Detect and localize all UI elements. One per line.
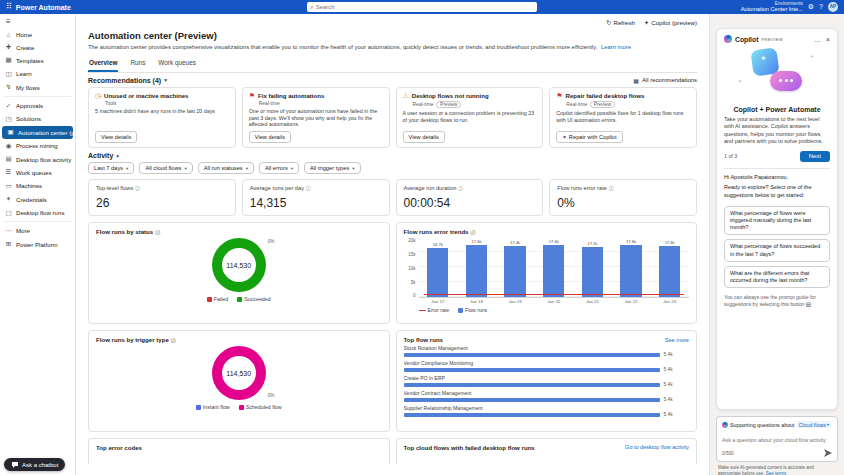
sidebar-item-automation-center[interactable]: ▣Automation center (preview) xyxy=(2,126,73,139)
top-flow-row[interactable]: Stock Rotation Management5.4k xyxy=(404,345,690,357)
more-options-icon[interactable]: … xyxy=(814,36,821,43)
flow-bar xyxy=(404,353,661,357)
status-donut-chart: 114,530 xyxy=(212,238,266,292)
question-input[interactable] xyxy=(722,437,832,443)
waffle-menu-icon[interactable]: ⠿ xyxy=(6,3,12,11)
work-queues-icon: ☰ xyxy=(5,168,12,176)
sidebar-item-label: Work queues xyxy=(16,169,52,176)
avatar[interactable]: AP xyxy=(828,2,838,12)
info-icon[interactable]: ⓘ xyxy=(609,185,614,191)
sidebar-item-work-queues[interactable]: ☰Work queues xyxy=(0,166,75,179)
trigger-donut-chart: 114,530 xyxy=(212,346,266,400)
filter-cloud-flows[interactable]: All cloud flows▾ xyxy=(139,162,192,174)
repair-with-copilot-button[interactable]: ✦Repair with Copilot xyxy=(556,131,622,143)
tab-overview[interactable]: Overview xyxy=(88,56,118,72)
metric-value: 14,315 xyxy=(250,196,382,210)
terms-link[interactable]: See terms xyxy=(766,471,787,475)
next-button[interactable]: Next xyxy=(800,151,830,162)
close-icon[interactable]: × xyxy=(826,36,830,43)
machines-icon: ▭ xyxy=(5,182,12,190)
sidebar-item-learn[interactable]: ◫Learn xyxy=(0,67,75,80)
nav-divider xyxy=(4,96,71,97)
sidebar-item-create[interactable]: ✚Create xyxy=(0,40,75,53)
all-recommendations-link[interactable]: ▦ All recommendations xyxy=(633,77,697,84)
error-trends-yaxis: 20k15k10k5k0 xyxy=(404,238,419,298)
info-icon[interactable]: ⓘ xyxy=(459,185,464,191)
view-details-button[interactable]: View details xyxy=(403,131,445,143)
sidebar-item-label: Credentials xyxy=(16,196,47,203)
environment-picker[interactable]: Environments Automation Center Inte... xyxy=(741,1,803,13)
metric-value: 00:00:54 xyxy=(404,196,536,210)
sidebar-item-credentials[interactable]: ✦Credentials xyxy=(0,193,75,206)
see-more-link[interactable]: See more xyxy=(665,337,689,343)
top-flow-row[interactable]: Create PO in ERP5.4k xyxy=(404,375,690,387)
search-input[interactable] xyxy=(316,4,534,10)
legend-item: Succeeded xyxy=(237,296,271,302)
top-flow-row[interactable]: Vendor Contract Management5.4k xyxy=(404,390,690,402)
activity-filters: Last 7 days▾ All cloud flows▾ All run st… xyxy=(88,162,697,174)
copilot-suggestion-chip[interactable]: What percentage of flows were triggered … xyxy=(724,206,830,235)
info-icon[interactable]: ⓘ xyxy=(306,185,311,191)
copilot-suggestion-chip[interactable]: What percentage of flows succeeded in th… xyxy=(724,239,830,261)
top-app-bar: ⠿ Power Automate ⌕ Environments Automati… xyxy=(0,0,844,14)
bar-group: 17.4k xyxy=(496,238,535,297)
supporting-question-box[interactable]: Supporting questions about Cloud flows▾ … xyxy=(716,416,838,462)
info-icon[interactable]: ⓘ xyxy=(135,185,140,191)
send-icon[interactable] xyxy=(824,449,832,457)
metric-label: Top-level flows xyxy=(96,185,133,191)
global-search[interactable]: ⌕ xyxy=(307,2,537,12)
scope-dropdown[interactable]: Cloud flows▾ xyxy=(797,421,832,428)
chevron-down-icon[interactable]: ▾ xyxy=(116,153,119,159)
sidebar-item-desktop-flow-activity[interactable]: ▤Desktop flow activity xyxy=(0,152,75,165)
sidebar-item-process-mining[interactable]: ◉Process mining xyxy=(0,139,75,152)
sidebar-item-approvals[interactable]: ✓Approvals xyxy=(0,99,75,112)
learn-more-link[interactable]: Learn more xyxy=(601,44,631,50)
copilot-suggestion-chip[interactable]: What are the different errors that occur… xyxy=(724,266,830,288)
refresh-button[interactable]: ↻Refresh xyxy=(606,19,635,27)
sidebar-item-power-platform[interactable]: ⊞Power Platform xyxy=(0,238,75,251)
refresh-label: Refresh xyxy=(613,19,634,26)
main-panel: ↻Refresh ✦Copilot (preview) Automation c… xyxy=(76,14,710,475)
sidebar-item-templates[interactable]: ▦Templates xyxy=(0,54,75,67)
sidebar-item-desktop-flow-runs[interactable]: ▢Desktop flow runs xyxy=(0,206,75,219)
help-icon[interactable]: ? xyxy=(819,3,823,10)
nav-collapse-icon[interactable]: ≡ xyxy=(0,16,75,28)
filter-label: All run statuses xyxy=(204,165,243,171)
tab-runs[interactable]: Runs xyxy=(129,56,146,72)
go-to-desktop-flow-activity-link[interactable]: Go to desktop flow activity xyxy=(625,444,689,450)
info-icon[interactable]: ⓘ xyxy=(155,229,160,235)
metric-average-duration: Average run durationⓘ 00:00:54 xyxy=(396,179,544,216)
sidebar-item-machines[interactable]: ▭Machines xyxy=(0,179,75,192)
environment-value: Automation Center Inte... xyxy=(741,6,803,12)
card-title: Fix failing automations xyxy=(258,92,324,99)
filter-run-statuses[interactable]: All run statuses▾ xyxy=(198,162,254,174)
view-details-button[interactable]: View details xyxy=(95,131,137,143)
copilot-toggle-button[interactable]: ✦Copilot (preview) xyxy=(644,19,697,27)
view-details-button[interactable]: View details xyxy=(249,131,291,143)
tab-work-queues[interactable]: Work queues xyxy=(157,56,197,72)
sidebar-item-solutions[interactable]: ◳Solutions xyxy=(0,112,75,125)
ask-chatbot-label: Ask a chatbot xyxy=(22,462,58,468)
top-flow-row[interactable]: Vendor Compliance Monitoring5.4k xyxy=(404,360,690,372)
sidebar-item-label: Desktop flow runs xyxy=(16,209,64,216)
bottom-row: Top error codes Top cloud flows with fai… xyxy=(88,438,697,464)
x-tick: Jan 21 xyxy=(573,299,612,304)
sidebar-item-home[interactable]: ⌂Home xyxy=(0,28,75,40)
chart-title: Flow runs by status xyxy=(96,228,153,235)
sidebar-item-my-flows[interactable]: ↯My flows xyxy=(0,81,75,94)
filter-label: All errors xyxy=(265,165,288,171)
chevron-down-icon[interactable]: ▾ xyxy=(164,77,167,83)
sidebar-item-more[interactable]: ⋯More xyxy=(0,224,75,237)
learn-icon: ◫ xyxy=(5,70,12,78)
filter-trigger-types[interactable]: All trigger types▾ xyxy=(304,162,361,174)
filter-time-range[interactable]: Last 7 days▾ xyxy=(88,162,134,174)
ask-chatbot-button[interactable]: Ask a chatbot xyxy=(4,458,65,471)
filter-errors[interactable]: All errors▾ xyxy=(259,162,299,174)
info-icon[interactable]: ⓘ xyxy=(171,337,176,343)
trigger-type-card: Flow runs by trigger typeⓘ 114,530 0% In… xyxy=(88,330,390,432)
top-flow-row[interactable]: Supplier Relationship Management5.4k xyxy=(404,405,690,417)
info-icon[interactable]: ⓘ xyxy=(471,229,476,235)
prompt-guide-icon[interactable]: ▤ xyxy=(806,301,811,307)
settings-gear-icon[interactable]: ⚙ xyxy=(808,3,814,11)
filter-label: All cloud flows xyxy=(145,165,181,171)
